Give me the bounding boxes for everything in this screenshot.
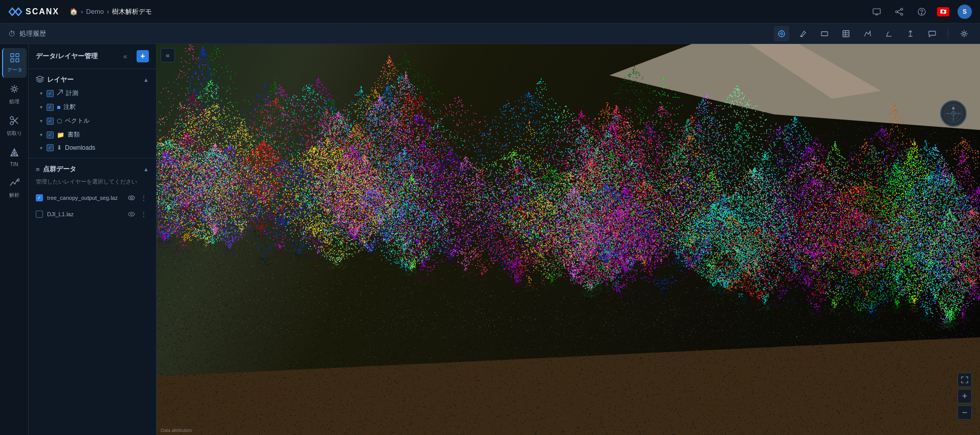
svg-rect-0 bbox=[873, 9, 880, 14]
top-navigation: SCANX 🏠 › Demo › 樹木解析デモ bbox=[0, 0, 980, 24]
panel-collapse-button[interactable]: « bbox=[119, 50, 131, 62]
layers-section: レイヤー ▲ ▾ ✓ 計測 ▾ ✓ ■ 注釈 bbox=[29, 69, 156, 158]
sidebar-item-data[interactable]: データ bbox=[2, 48, 27, 78]
location-tool[interactable] bbox=[774, 26, 789, 41]
panel-add-button[interactable]: + bbox=[137, 50, 149, 62]
svg-text:N: N bbox=[952, 107, 954, 110]
svg-line-7 bbox=[898, 12, 901, 14]
layer-checkbox-downloads[interactable]: ✓ bbox=[47, 144, 54, 151]
svg-point-26 bbox=[963, 32, 966, 35]
file-actions-dji: ⋮ bbox=[126, 209, 149, 219]
layer-name-vector: ベクトル bbox=[65, 117, 90, 125]
zoom-out-button[interactable]: − bbox=[957, 405, 972, 420]
svg-point-33 bbox=[10, 117, 13, 120]
point-cloud-section: ≡ 点群データ ▲ 管理したいレイヤーを選択してください ✓ tree_cano… bbox=[29, 158, 156, 226]
zoom-in-button[interactable]: + bbox=[957, 389, 972, 403]
layer-item-downloads[interactable]: ▾ ✓ ⬇ Downloads bbox=[29, 142, 156, 154]
layer-checkbox-docs[interactable]: ✓ bbox=[47, 131, 54, 139]
sidebar-item-cut[interactable]: 切取り bbox=[2, 111, 27, 141]
expand-icon-downloads: ▾ bbox=[40, 145, 42, 151]
app-logo[interactable]: SCANX bbox=[8, 6, 59, 18]
height-tool[interactable] bbox=[903, 26, 918, 41]
layer-checkbox-vector[interactable]: ✓ bbox=[47, 118, 54, 125]
help-button[interactable] bbox=[915, 5, 929, 19]
left-panel: データ/レイヤー管理 « + レイヤー bbox=[29, 44, 157, 435]
pc-title: 点群データ bbox=[43, 165, 76, 174]
monitor-button[interactable] bbox=[870, 5, 884, 19]
measure-type-icon bbox=[57, 89, 63, 97]
svg-rect-18 bbox=[843, 31, 849, 37]
share-button[interactable] bbox=[892, 5, 906, 19]
settings-tool[interactable] bbox=[956, 26, 972, 41]
processing-icon bbox=[9, 84, 19, 97]
file-visibility-btn-dji[interactable] bbox=[126, 209, 137, 219]
file-checkbox-dji[interactable] bbox=[36, 211, 43, 218]
sidebar-icons: データ 処理 切取り bbox=[0, 44, 29, 435]
expand-icon-docs: ▾ bbox=[40, 132, 42, 138]
layer-item-annotation[interactable]: ▾ ✓ ■ 注釈 bbox=[29, 100, 156, 114]
rectangle-tool[interactable] bbox=[817, 26, 832, 41]
svg-rect-28 bbox=[16, 54, 19, 57]
layer-name-docs: 書類 bbox=[68, 130, 80, 139]
sidebar-label-data: データ bbox=[7, 66, 23, 74]
svg-point-42 bbox=[130, 197, 132, 199]
svg-point-40 bbox=[17, 179, 19, 181]
svg-point-5 bbox=[901, 13, 903, 15]
svg-rect-29 bbox=[11, 59, 14, 62]
layer-item-docs[interactable]: ▾ ✓ 📁 書類 bbox=[29, 128, 156, 142]
svg-point-43 bbox=[128, 212, 135, 216]
file-item-tree-canopy[interactable]: ✓ tree_canopy_output_seg.laz ⋮ bbox=[29, 190, 156, 206]
sidebar-item-tin[interactable]: TIN bbox=[2, 143, 27, 171]
layer-item-vector[interactable]: ▾ ✓ ⬡ ベクトル bbox=[29, 114, 156, 128]
file-checkbox-tree-canopy[interactable]: ✓ bbox=[36, 194, 43, 201]
svg-line-23 bbox=[886, 32, 888, 36]
main-content: データ 処理 切取り bbox=[0, 44, 980, 435]
angle-tool[interactable] bbox=[881, 26, 897, 41]
history-label[interactable]: 処理履歴 bbox=[19, 29, 46, 38]
sidebar-label-analysis: 解析 bbox=[9, 192, 19, 199]
svg-rect-27 bbox=[11, 54, 14, 57]
layers-section-header[interactable]: レイヤー ▲ bbox=[29, 73, 156, 86]
svg-rect-30 bbox=[16, 59, 19, 62]
breadcrumb-demo[interactable]: Demo bbox=[86, 8, 104, 15]
expand-icon-vector: ▾ bbox=[40, 118, 42, 124]
sidebar-label-tin: TIN bbox=[10, 162, 18, 167]
terrain-tool[interactable] bbox=[860, 26, 875, 41]
svg-point-44 bbox=[130, 213, 132, 215]
expand-icon-annotation: ▾ bbox=[40, 104, 42, 110]
analysis-icon bbox=[9, 177, 19, 190]
layers-chevron-icon: ▲ bbox=[143, 77, 149, 83]
svg-point-11 bbox=[781, 33, 783, 35]
user-avatar[interactable]: S bbox=[957, 5, 972, 19]
home-icon[interactable]: 🏠 bbox=[70, 8, 78, 15]
file-more-btn-dji[interactable]: ⋮ bbox=[139, 209, 149, 219]
layers-section-title: レイヤー bbox=[47, 75, 74, 84]
compass[interactable]: N bbox=[940, 100, 967, 127]
file-more-btn-tree-canopy[interactable]: ⋮ bbox=[139, 193, 149, 203]
layer-checkbox-annotation[interactable]: ✓ bbox=[47, 104, 54, 111]
file-item-dji[interactable]: DJI_L1.laz ⋮ bbox=[29, 206, 156, 222]
layers-header-left: レイヤー bbox=[36, 75, 74, 84]
file-visibility-btn-tree-canopy[interactable] bbox=[126, 193, 137, 203]
table-tool[interactable] bbox=[838, 26, 854, 41]
map-area[interactable]: « N bbox=[157, 44, 980, 435]
layer-name-annotation: 注釈 bbox=[63, 103, 76, 111]
pen-tool[interactable] bbox=[795, 26, 811, 41]
docs-type-icon: 📁 bbox=[57, 131, 64, 139]
svg-point-9 bbox=[921, 13, 922, 14]
point-cloud-header[interactable]: ≡ 点群データ ▲ bbox=[29, 163, 156, 176]
downloads-type-icon: ⬇ bbox=[57, 144, 62, 151]
pc-header-left: ≡ 点群データ bbox=[36, 165, 76, 174]
layer-checkbox-measure[interactable]: ✓ bbox=[47, 90, 54, 97]
breadcrumb: 🏠 › Demo › 樹木解析デモ bbox=[70, 7, 152, 16]
fullscreen-button[interactable] bbox=[957, 373, 972, 387]
layer-item-measure[interactable]: ▾ ✓ 計測 bbox=[29, 86, 156, 100]
sidebar-item-processing[interactable]: 処理 bbox=[2, 80, 27, 109]
file-name-tree-canopy: tree_canopy_output_seg.laz bbox=[47, 195, 122, 201]
language-flag[interactable]: 🇯🇵 bbox=[937, 7, 949, 16]
panel-hide-button[interactable]: « bbox=[161, 48, 175, 62]
svg-point-3 bbox=[896, 11, 898, 13]
comment-tool[interactable] bbox=[924, 26, 940, 41]
cut-icon bbox=[9, 116, 19, 128]
sidebar-item-analysis[interactable]: 解析 bbox=[2, 173, 27, 203]
